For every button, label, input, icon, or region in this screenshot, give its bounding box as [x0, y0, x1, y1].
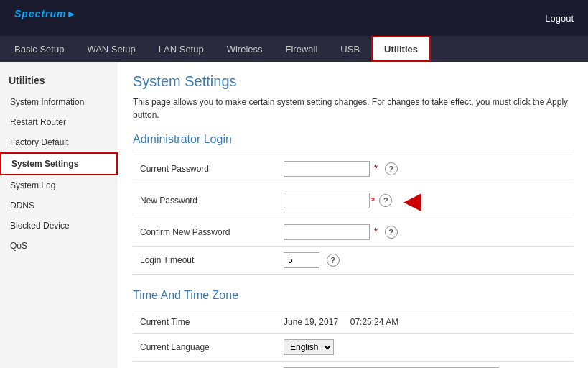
- tab-wan-setup[interactable]: WAN Setup: [75, 36, 146, 62]
- login-timeout-help-icon[interactable]: ?: [327, 254, 340, 267]
- current-password-label: Current Password: [133, 155, 276, 183]
- confirm-password-help-icon[interactable]: ?: [385, 226, 398, 239]
- current-time-value: June 19, 2017 07:25:24 AM: [276, 311, 574, 334]
- timezone-value: [276, 362, 574, 369]
- current-time-label: Current Time: [133, 311, 276, 334]
- admin-form-table: Current Password * ? New Password * ? ◀: [133, 155, 574, 275]
- header: Spectrum► Logout: [0, 0, 588, 36]
- new-password-help-icon[interactable]: ?: [379, 194, 392, 207]
- sidebar-title: Utilities: [0, 69, 118, 92]
- sidebar: Utilities System Information Restart Rou…: [0, 62, 118, 368]
- navbar: Basic Setup WAN Setup LAN Setup Wireless…: [0, 36, 588, 62]
- table-row: Confirm New Password * ?: [133, 218, 574, 247]
- tab-basic-setup[interactable]: Basic Setup: [3, 36, 75, 62]
- required-star: *: [374, 226, 378, 237]
- login-timeout-input[interactable]: [284, 252, 319, 268]
- logo: Spectrum►: [14, 8, 77, 27]
- confirm-password-label: Confirm New Password: [133, 218, 276, 247]
- sidebar-item-system-log[interactable]: System Log: [0, 175, 118, 196]
- login-timeout-label: Login Timeout: [133, 247, 276, 275]
- tab-firewall[interactable]: Firewall: [274, 36, 330, 62]
- arrow-indicator: ◀: [403, 189, 421, 212]
- sidebar-item-ddns[interactable]: DDNS: [0, 196, 118, 216]
- tab-usb[interactable]: USB: [329, 36, 371, 62]
- confirm-password-cell: * ?: [276, 218, 574, 247]
- sidebar-item-system-information[interactable]: System Information: [0, 92, 118, 112]
- confirm-password-input[interactable]: [284, 224, 370, 240]
- language-select[interactable]: English: [284, 339, 334, 355]
- time-section-title: Time And Time Zone: [133, 289, 574, 302]
- page-title: System Settings: [133, 73, 574, 90]
- new-password-label: New Password: [133, 183, 276, 218]
- table-row: New Password * ? ◀: [133, 183, 574, 218]
- sidebar-item-factory-default[interactable]: Factory Default: [0, 132, 118, 152]
- timezone-label: [133, 362, 276, 369]
- new-password-input[interactable]: [284, 193, 370, 208]
- current-language-label: Current Language: [133, 334, 276, 362]
- required-star: *: [374, 162, 378, 174]
- table-row: Current Language English: [133, 334, 574, 362]
- content-area: System Settings This page allows you to …: [118, 62, 588, 368]
- login-timeout-cell: ?: [276, 247, 574, 275]
- table-row: Current Password * ?: [133, 155, 574, 183]
- sidebar-item-restart-router[interactable]: Restart Router: [0, 112, 118, 132]
- tab-utilities[interactable]: Utilities: [371, 36, 431, 62]
- main-layout: Utilities System Information Restart Rou…: [0, 62, 588, 368]
- table-row: Current Time June 19, 2017 07:25:24 AM: [133, 311, 574, 334]
- table-row: [133, 362, 574, 369]
- current-password-cell: * ?: [276, 155, 574, 183]
- new-password-cell: * ? ◀: [276, 183, 574, 218]
- logout-button[interactable]: Logout: [545, 13, 574, 24]
- current-password-input[interactable]: [284, 161, 370, 177]
- table-row: Login Timeout ?: [133, 247, 574, 275]
- logo-mark: ►: [67, 8, 78, 19]
- sidebar-item-system-settings[interactable]: System Settings: [0, 152, 118, 175]
- current-password-help-icon[interactable]: ?: [385, 162, 398, 175]
- admin-section-title: Administrator Login: [133, 133, 574, 146]
- sidebar-item-blocked-device[interactable]: Blocked Device: [0, 216, 118, 236]
- required-star: *: [371, 195, 375, 206]
- sidebar-item-qos[interactable]: QoS: [0, 236, 118, 256]
- time-form-table: Current Time June 19, 2017 07:25:24 AM C…: [133, 310, 574, 368]
- tab-lan-setup[interactable]: LAN Setup: [147, 36, 215, 62]
- logo-text: Spectrum: [14, 8, 67, 19]
- page-description: This page allows you to make certain sys…: [133, 96, 574, 121]
- current-language-value: English: [276, 334, 574, 362]
- tab-wireless[interactable]: Wireless: [215, 36, 274, 62]
